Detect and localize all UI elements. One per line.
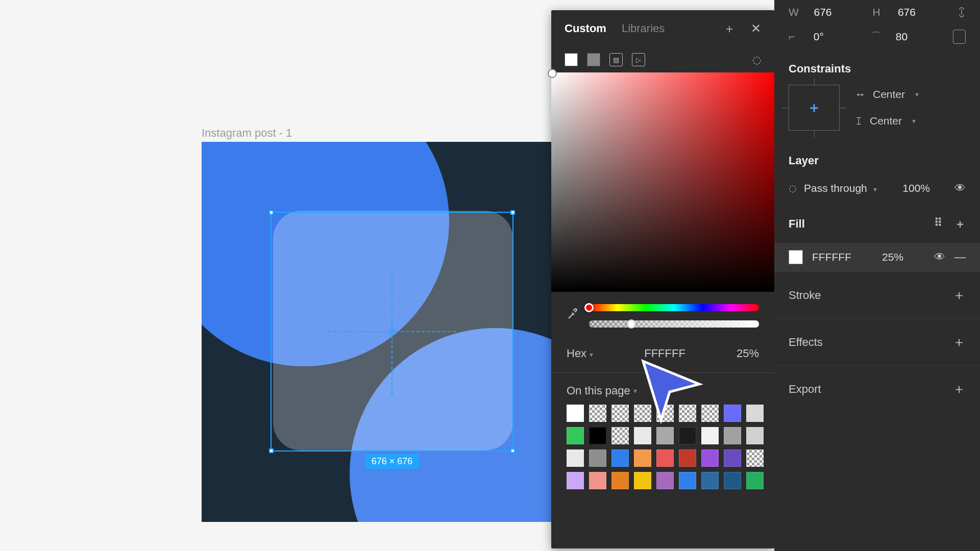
color-swatch[interactable] [611, 472, 629, 489]
color-swatch[interactable] [679, 449, 696, 467]
fill-hex-input[interactable]: FFFFFF [812, 251, 851, 263]
opacity-input[interactable]: 25% [737, 347, 759, 360]
link-dimensions-icon[interactable] [957, 5, 966, 19]
color-swatch[interactable] [724, 405, 741, 422]
constraints-visualizer[interactable]: ＋ [789, 85, 840, 131]
fill-item-row[interactable]: FFFFFF 25% 👁 — [774, 243, 980, 271]
design-canvas[interactable]: Instagram post - 1 ✳ 676 × 676 [0, 0, 578, 551]
add-stroke-button[interactable]: ＋ [952, 286, 966, 304]
color-swatch[interactable] [746, 427, 764, 444]
width-input[interactable]: 676 [814, 6, 860, 18]
blend-mode-icon[interactable]: ◌ [752, 54, 761, 66]
color-swatch[interactable] [589, 449, 606, 467]
swatch-grid [551, 405, 774, 505]
color-field-handle[interactable] [548, 69, 557, 78]
image-fill-button[interactable]: ▧ [609, 53, 623, 66]
chevron-down-icon: ▾ [633, 387, 637, 395]
color-swatch[interactable] [567, 427, 584, 444]
height-label: H [872, 6, 885, 18]
color-swatch[interactable] [567, 405, 584, 422]
document-colors-dropdown[interactable]: On this page▾ [551, 373, 774, 405]
stroke-section[interactable]: Stroke＋ [774, 271, 980, 318]
horizontal-constraint-dropdown[interactable]: ↔ Center ▾ [855, 88, 919, 101]
resize-handle-br[interactable] [510, 448, 515, 453]
color-swatch[interactable] [656, 449, 674, 467]
color-swatch[interactable] [611, 405, 629, 422]
color-field[interactable] [551, 72, 774, 292]
color-mode-dropdown[interactable]: Hex▾ [567, 347, 593, 360]
frame-label: Instagram post - 1 [202, 127, 292, 140]
export-section[interactable]: Export＋ [774, 365, 980, 412]
independent-corners-button[interactable] [953, 30, 966, 44]
resize-handle-tl[interactable] [269, 210, 274, 215]
color-swatch[interactable] [589, 427, 606, 444]
color-swatch[interactable] [589, 405, 606, 422]
resize-handle-bl[interactable] [269, 448, 274, 453]
color-swatch[interactable] [634, 449, 651, 467]
fill-opacity-input[interactable]: 25% [882, 251, 903, 263]
color-swatch[interactable] [701, 449, 719, 467]
effects-section[interactable]: Effects＋ [774, 318, 980, 365]
color-swatch[interactable] [746, 405, 764, 422]
color-swatch[interactable] [701, 427, 719, 444]
layer-blend-row: ◌ Pass through ▾ 100% 👁 [774, 177, 980, 205]
tab-custom[interactable]: Custom [565, 22, 606, 35]
color-swatch[interactable] [611, 427, 629, 444]
alpha-thumb[interactable] [627, 319, 636, 329]
selection-outline: ✳ 676 × 676 [271, 212, 513, 452]
layer-opacity-input[interactable]: 100% [902, 182, 930, 194]
color-swatch[interactable] [746, 449, 764, 467]
color-swatch[interactable] [724, 472, 741, 489]
color-swatch[interactable] [679, 405, 696, 422]
resize-handle-tr[interactable] [510, 210, 515, 215]
height-input[interactable]: 676 [898, 6, 944, 18]
color-swatch[interactable] [679, 472, 696, 489]
vertical-constraint-dropdown[interactable]: 𝙸 Center ▾ [855, 115, 919, 127]
add-effect-button[interactable]: ＋ [952, 333, 966, 351]
video-fill-button[interactable]: ▷ [632, 53, 645, 66]
color-swatch[interactable] [746, 472, 764, 489]
corner-radius-input[interactable]: 80 [896, 31, 941, 43]
color-swatch[interactable] [724, 449, 741, 467]
hue-thumb[interactable] [584, 303, 594, 312]
color-swatch[interactable] [567, 472, 584, 489]
close-panel-button[interactable]: ✕ [751, 21, 761, 36]
fill-visibility-icon[interactable]: 👁 [934, 251, 945, 264]
hex-input-row: Hex▾ FFFFFF 25% [551, 340, 774, 373]
color-swatch[interactable] [656, 405, 674, 422]
rotation-input[interactable]: 0° [814, 31, 859, 43]
color-swatch[interactable] [611, 449, 629, 467]
add-fill-button[interactable]: ＋ [954, 216, 966, 232]
hex-value-input[interactable]: FFFFFF [644, 347, 685, 360]
width-label: W [789, 6, 801, 18]
color-swatch[interactable] [634, 472, 651, 489]
horizontal-arrow-icon: ↔ [855, 88, 866, 101]
color-swatch[interactable] [679, 427, 696, 444]
color-swatch[interactable] [701, 472, 719, 489]
fill-swatch[interactable] [789, 250, 803, 264]
chevron-down-icon: ▾ [873, 185, 877, 193]
color-swatch[interactable] [656, 472, 674, 489]
solid-fill-button[interactable] [565, 53, 578, 66]
add-color-style-button[interactable]: ＋ [723, 20, 736, 37]
remove-fill-button[interactable]: — [954, 251, 966, 264]
color-swatch[interactable] [589, 472, 606, 489]
gradient-fill-button[interactable] [587, 53, 600, 66]
color-panel-header: Custom Libraries ＋ ✕ [551, 10, 774, 47]
color-swatch[interactable] [724, 427, 741, 444]
color-swatch[interactable] [634, 427, 651, 444]
color-swatch[interactable] [567, 449, 584, 467]
alpha-slider[interactable] [589, 320, 759, 328]
eyedropper-icon[interactable] [567, 308, 579, 323]
add-export-button[interactable]: ＋ [952, 380, 966, 398]
center-crosshair-icon: ✳ [386, 324, 398, 340]
blend-mode-dropdown[interactable]: Pass through ▾ [804, 182, 877, 194]
color-swatch[interactable] [634, 405, 651, 422]
constraints-title: Constraints [774, 49, 980, 85]
color-swatch[interactable] [656, 427, 674, 444]
fill-styles-icon[interactable]: ⠿ [934, 216, 942, 232]
visibility-toggle-icon[interactable]: 👁 [954, 182, 966, 195]
tab-libraries[interactable]: Libraries [622, 22, 665, 35]
color-swatch[interactable] [701, 405, 719, 422]
hue-slider[interactable] [589, 304, 759, 311]
